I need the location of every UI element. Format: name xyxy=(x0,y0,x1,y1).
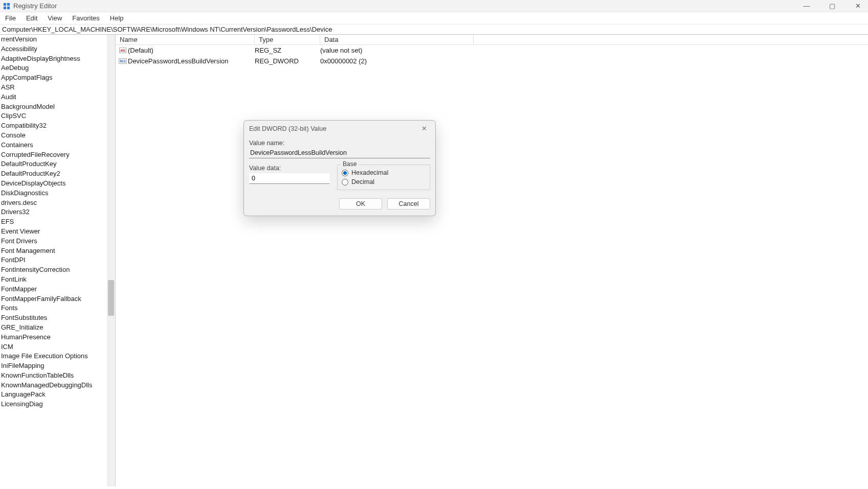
reg-dword-icon xyxy=(119,57,127,65)
col-header-name[interactable]: Name xyxy=(116,35,255,44)
maximize-button[interactable]: ▢ xyxy=(825,2,839,10)
tree-item[interactable]: Compatibility32 xyxy=(0,121,115,131)
scrollbar-thumb[interactable] xyxy=(108,280,114,316)
tree-item[interactable]: DeviceDisplayObjects xyxy=(0,179,115,189)
svg-rect-3 xyxy=(7,6,10,9)
value-name: (Default) xyxy=(128,46,255,54)
value-name-label: Value name: xyxy=(249,139,430,147)
body: rrentVersionAccessibilityAdaptiveDisplay… xyxy=(0,35,868,486)
tree-item[interactable]: Font Drivers xyxy=(0,237,115,246)
window-title: Registry Editor xyxy=(13,2,57,10)
tree-item[interactable]: Containers xyxy=(0,141,115,150)
tree-item[interactable]: Event Viewer xyxy=(0,227,115,237)
value-data: 0x00000002 (2) xyxy=(320,57,367,65)
base-legend: Base xyxy=(341,160,359,168)
tree-item[interactable]: ICM xyxy=(0,342,115,352)
tree-list: rrentVersionAccessibilityAdaptiveDisplay… xyxy=(0,35,115,409)
ok-button[interactable]: OK xyxy=(339,198,382,209)
value-data-field[interactable] xyxy=(249,173,330,184)
cancel-button[interactable]: Cancel xyxy=(387,198,430,209)
svg-rect-2 xyxy=(4,6,6,9)
tree-item[interactable]: AppCompatFlags xyxy=(0,73,115,83)
tree-item[interactable]: drivers.desc xyxy=(0,198,115,208)
tree-item[interactable]: DiskDiagnostics xyxy=(0,189,115,198)
value-data-label: Value data: xyxy=(249,165,330,172)
values-rows: (Default)REG_SZ(value not set)DevicePass… xyxy=(116,45,868,66)
edit-dword-dialog: Edit DWORD (32-bit) Value ✕ Value name: … xyxy=(243,120,436,216)
tree-item[interactable]: Audit xyxy=(0,92,115,102)
tree-item[interactable]: IniFileMapping xyxy=(0,361,115,371)
tree-item[interactable]: Font Management xyxy=(0,246,115,256)
tree-item[interactable]: DefaultProductKey2 xyxy=(0,169,115,179)
tree-item[interactable]: CorruptedFileRecovery xyxy=(0,150,115,160)
dialog-titlebar: Edit DWORD (32-bit) Value ✕ xyxy=(244,121,435,136)
value-name-field[interactable] xyxy=(249,148,430,158)
tree-item[interactable]: Accessibility xyxy=(0,44,115,54)
menubar: File Edit View Favorites Help xyxy=(0,12,868,25)
tree-item[interactable]: FontSubstitutes xyxy=(0,313,115,323)
svg-rect-0 xyxy=(4,3,6,5)
window-controls: — ▢ ✕ xyxy=(799,2,865,10)
tree-item[interactable]: FontIntensityCorrection xyxy=(0,265,115,275)
menu-help[interactable]: Help xyxy=(110,14,124,22)
tree-item[interactable]: LanguagePack xyxy=(0,390,115,400)
tree-item[interactable]: BackgroundModel xyxy=(0,102,115,112)
tree-item[interactable]: Console xyxy=(0,131,115,141)
titlebar: Registry Editor — ▢ ✕ xyxy=(0,0,868,12)
tree-item[interactable]: DefaultProductKey xyxy=(0,159,115,169)
tree-item[interactable]: HumanPresence xyxy=(0,333,115,342)
tree-item[interactable]: FontMapper xyxy=(0,285,115,294)
close-button[interactable]: ✕ xyxy=(851,2,865,10)
tree-item[interactable]: ClipSVC xyxy=(0,111,115,121)
radio-hexadecimal[interactable]: Hexadecimal xyxy=(342,169,426,176)
menu-favorites[interactable]: Favorites xyxy=(72,14,99,22)
tree-item[interactable]: ASR xyxy=(0,83,115,92)
value-type: REG_DWORD xyxy=(255,57,320,65)
tree-item[interactable]: KnownManagedDebuggingDlls xyxy=(0,381,115,390)
address-bar[interactable]: Computer\HKEY_LOCAL_MACHINE\SOFTWARE\Mic… xyxy=(0,25,868,35)
svg-rect-1 xyxy=(7,3,10,5)
tree-item[interactable]: FontMapperFamilyFallback xyxy=(0,294,115,304)
radio-dec-label: Decimal xyxy=(351,178,374,185)
radio-dot-icon xyxy=(342,170,348,176)
radio-decimal[interactable]: Decimal xyxy=(342,178,426,185)
tree-item[interactable]: KnownFunctionTableDlls xyxy=(0,371,115,381)
dialog-close-button[interactable]: ✕ xyxy=(418,125,430,132)
value-row[interactable]: (Default)REG_SZ(value not set) xyxy=(116,45,868,56)
menu-file[interactable]: File xyxy=(5,14,16,22)
value-type: REG_SZ xyxy=(255,46,320,54)
minimize-button[interactable]: — xyxy=(799,2,814,10)
col-header-data[interactable]: Data xyxy=(320,35,474,44)
tree-item[interactable]: Image File Execution Options xyxy=(0,352,115,361)
col-header-type[interactable]: Type xyxy=(255,35,320,44)
scrollbar[interactable] xyxy=(107,35,115,486)
tree-item[interactable]: EFS xyxy=(0,217,115,227)
tree-item[interactable]: AdaptiveDisplayBrightness xyxy=(0,54,115,64)
values-pane: Name Type Data (Default)REG_SZ(value not… xyxy=(116,35,868,486)
regedit-icon xyxy=(3,3,10,10)
value-name: DevicePasswordLessBuildVersion xyxy=(128,57,255,65)
tree-item[interactable]: AeDebug xyxy=(0,63,115,73)
value-data: (value not set) xyxy=(320,46,362,54)
tree-pane: rrentVersionAccessibilityAdaptiveDisplay… xyxy=(0,35,116,486)
tree-item[interactable]: Fonts xyxy=(0,304,115,313)
radio-hex-label: Hexadecimal xyxy=(351,169,388,176)
dialog-title: Edit DWORD (32-bit) Value xyxy=(249,125,418,132)
tree-item[interactable]: GRE_Initialize xyxy=(0,323,115,333)
tree-item[interactable]: FontLink xyxy=(0,275,115,285)
base-group: Base Hexadecimal Decimal xyxy=(337,165,430,190)
tree-item[interactable]: LicensingDiag xyxy=(0,400,115,409)
tree-item[interactable]: FontDPI xyxy=(0,255,115,265)
radio-empty-icon xyxy=(342,179,348,185)
tree-item[interactable]: rrentVersion xyxy=(0,35,115,44)
menu-view[interactable]: View xyxy=(48,14,62,22)
value-row[interactable]: DevicePasswordLessBuildVersionREG_DWORD0… xyxy=(116,56,868,66)
menu-edit[interactable]: Edit xyxy=(26,14,37,22)
values-header: Name Type Data xyxy=(116,35,868,45)
reg-sz-icon xyxy=(119,46,127,55)
tree-item[interactable]: Drivers32 xyxy=(0,207,115,217)
